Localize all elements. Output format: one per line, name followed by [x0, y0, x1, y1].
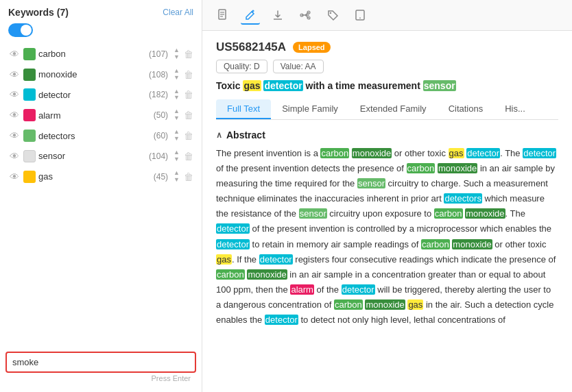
- toolbar: [202, 0, 572, 31]
- tab-citations[interactable]: Citations: [438, 99, 494, 119]
- hl-detector-6: detector: [342, 284, 375, 295]
- arrow-down-monoxide[interactable]: ▼: [174, 75, 180, 82]
- keyword-arrows-detector: ▲ ▼: [174, 88, 180, 102]
- delete-carbon[interactable]: 🗑: [184, 49, 193, 60]
- arrow-down-detectors[interactable]: ▼: [174, 136, 180, 143]
- keyword-count-carbon: (107): [149, 49, 168, 59]
- keyword-item-alarm: 👁 alarm (50) ▲ ▼ 🗑: [5, 106, 196, 125]
- quality-badge: Quality: D: [216, 60, 267, 73]
- eye-icon-monoxide[interactable]: 👁: [8, 69, 21, 80]
- keyword-list: 👁 carbon (107) ▲ ▼ 🗑 👁 monoxide (108) ▲ …: [0, 45, 202, 346]
- hl-alarm-1: alarm: [290, 284, 314, 295]
- toolbar-pen-icon[interactable]: [241, 5, 260, 25]
- title-detector-highlight: detector: [263, 80, 302, 91]
- hl-carbon-4: carbon: [421, 239, 450, 249]
- eye-icon-sensor[interactable]: 👁: [8, 151, 21, 162]
- keywords-title: Keywords (7): [8, 7, 69, 18]
- hl-detectors-1: detectors: [444, 193, 481, 204]
- hl-carbon-2: carbon: [407, 163, 436, 173]
- toolbar-tablet-icon[interactable]: [350, 5, 370, 25]
- tab-simple-family[interactable]: Simple Family: [271, 99, 349, 119]
- arrow-down-carbon[interactable]: ▼: [174, 54, 180, 61]
- eye-icon-carbon[interactable]: 👁: [8, 49, 21, 60]
- keyword-name-gas: gas: [38, 171, 151, 182]
- content-area: US5682145A Lapsed Quality: D Value: AA T…: [202, 31, 572, 392]
- add-keyword-row: Press Enter: [0, 346, 202, 385]
- keyword-count-sensor: (104): [149, 151, 168, 161]
- keyword-name-alarm: alarm: [38, 110, 151, 121]
- toolbar-share-icon[interactable]: [296, 5, 315, 25]
- delete-alarm[interactable]: 🗑: [184, 110, 193, 121]
- keyword-item-gas: 👁 gas (45) ▲ ▼ 🗑: [5, 167, 196, 186]
- arrow-down-alarm[interactable]: ▼: [174, 115, 180, 122]
- right-panel: US5682145A Lapsed Quality: D Value: AA T…: [202, 0, 572, 392]
- arrow-down-gas[interactable]: ▼: [174, 177, 180, 184]
- toggle-row: [0, 23, 202, 45]
- eye-icon-alarm[interactable]: 👁: [8, 110, 21, 121]
- hl-gas-1: gas: [449, 148, 464, 158]
- hl-detector-7: detector: [265, 315, 298, 325]
- hl-detector-2: detector: [523, 148, 556, 158]
- hl-monoxide-6: monoxide: [365, 299, 405, 310]
- hl-gas-3: gas: [407, 299, 423, 310]
- color-swatch-alarm: [23, 109, 36, 121]
- hl-monoxide-5: monoxide: [247, 269, 287, 280]
- value-badge: Value: AA: [273, 60, 324, 73]
- tab-full-text[interactable]: Full Text: [216, 99, 271, 119]
- delete-detectors[interactable]: 🗑: [184, 130, 193, 141]
- color-swatch-monoxide: [23, 69, 36, 81]
- keywords-header: Keywords (7) Clear All: [0, 7, 202, 23]
- abstract-title-text: Abstract: [226, 130, 265, 140]
- hl-detector-4: detector: [216, 239, 250, 249]
- eye-icon-detector[interactable]: 👁: [8, 89, 21, 100]
- keyword-item-carbon: 👁 carbon (107) ▲ ▼ 🗑: [5, 45, 196, 64]
- tab-extended-family[interactable]: Extended Family: [349, 99, 438, 119]
- color-swatch-gas: [23, 171, 36, 183]
- tabs: Full Text Simple Family Extended Family …: [216, 99, 558, 120]
- keyword-item-detector: 👁 detector (182) ▲ ▼ 🗑: [5, 86, 196, 105]
- keyword-arrows-sensor: ▲ ▼: [174, 149, 180, 163]
- left-panel: Keywords (7) Clear All 👁 carbon (107) ▲ …: [0, 0, 202, 392]
- hl-monoxide-1: monoxide: [352, 148, 392, 158]
- keyword-count-monoxide: (108): [149, 70, 168, 79]
- chevron-down-icon: ∧: [216, 130, 222, 140]
- abstract-section-title: ∧ Abstract: [216, 130, 558, 140]
- keyword-count-detector: (182): [149, 90, 168, 99]
- toolbar-document-icon[interactable]: [213, 5, 233, 25]
- quality-row: Quality: D Value: AA: [216, 60, 558, 73]
- delete-gas[interactable]: 🗑: [184, 171, 193, 182]
- hl-carbon-1: carbon: [320, 148, 349, 158]
- hl-monoxide-4: monoxide: [452, 239, 492, 249]
- patent-header: US5682145A Lapsed: [216, 40, 558, 54]
- keyword-item-sensor: 👁 sensor (104) ▲ ▼ 🗑: [5, 147, 196, 166]
- toolbar-tag-icon[interactable]: [323, 5, 342, 25]
- delete-sensor[interactable]: 🗑: [184, 151, 193, 162]
- lapsed-badge: Lapsed: [293, 42, 331, 53]
- patent-title: Toxic gas detector with a time measureme…: [216, 80, 558, 91]
- delete-detector[interactable]: 🗑: [184, 89, 193, 100]
- hl-sensor-2: sensor: [299, 208, 327, 219]
- keyword-arrows-carbon: ▲ ▼: [174, 47, 180, 61]
- title-gas-highlight: gas: [243, 80, 261, 91]
- hl-detector-1: detector: [466, 148, 500, 158]
- clear-all-button[interactable]: Clear All: [163, 8, 193, 17]
- patent-id: US5682145A: [216, 40, 286, 54]
- add-keyword-input[interactable]: [5, 352, 196, 373]
- press-enter-hint: Press Enter: [5, 373, 196, 382]
- keyword-count-alarm: (50): [154, 110, 168, 120]
- keyword-arrows-monoxide: ▲ ▼: [174, 68, 180, 82]
- hl-carbon-6: carbon: [334, 299, 363, 310]
- keyword-item-detectors: 👁 detectors (60) ▲ ▼ 🗑: [5, 126, 196, 145]
- eye-icon-detectors[interactable]: 👁: [8, 130, 21, 141]
- arrow-down-detector[interactable]: ▼: [174, 95, 180, 101]
- keyword-arrows-detectors: ▲ ▼: [174, 129, 180, 143]
- keywords-toggle[interactable]: [8, 23, 33, 37]
- hl-detector-5: detector: [259, 254, 293, 265]
- arrow-down-sensor[interactable]: ▼: [174, 156, 180, 163]
- keyword-count-gas: (45): [154, 172, 168, 182]
- keyword-name-carbon: carbon: [38, 49, 146, 59]
- tab-history[interactable]: His...: [494, 99, 536, 119]
- eye-icon-gas[interactable]: 👁: [8, 171, 21, 182]
- delete-monoxide[interactable]: 🗑: [184, 69, 193, 80]
- toolbar-download-icon[interactable]: [268, 5, 287, 25]
